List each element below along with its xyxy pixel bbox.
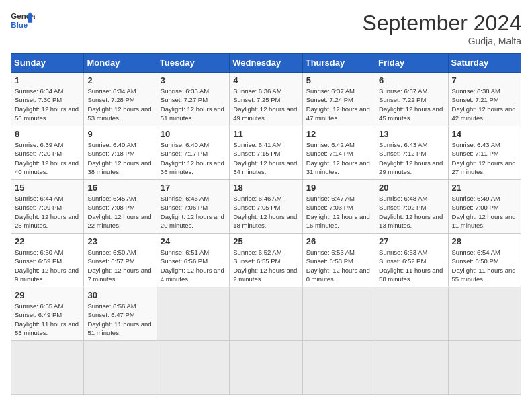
calendar-cell: 30 Sunrise: 6:56 AM Sunset: 6:47 PM Dayl… [84, 287, 157, 341]
day-info: Sunrise: 6:55 AM Sunset: 6:49 PM Dayligh… [15, 302, 80, 337]
header-wednesday: Wednesday [230, 54, 302, 73]
calendar-cell [375, 287, 448, 341]
day-info: Sunrise: 6:49 AM Sunset: 7:00 PM Dayligh… [452, 194, 517, 230]
calendar-cell [230, 287, 302, 341]
header-tuesday: Tuesday [157, 54, 229, 73]
day-info: Sunrise: 6:34 AM Sunset: 7:28 PM Dayligh… [87, 87, 152, 122]
calendar-week-row [11, 341, 521, 395]
month-title: September 2024 [362, 11, 521, 36]
calendar-cell: 24 Sunrise: 6:51 AM Sunset: 6:56 PM Dayl… [157, 234, 229, 287]
day-number: 16 [87, 183, 152, 193]
day-number: 6 [379, 75, 444, 85]
day-number: 15 [15, 183, 80, 193]
calendar-cell: 17 Sunrise: 6:46 AM Sunset: 7:06 PM Dayl… [157, 180, 229, 234]
calendar-cell: 11 Sunrise: 6:41 AM Sunset: 7:15 PM Dayl… [230, 126, 302, 180]
day-number: 22 [15, 236, 80, 246]
day-info: Sunrise: 6:50 AM Sunset: 6:59 PM Dayligh… [15, 248, 80, 283]
day-info: Sunrise: 6:48 AM Sunset: 7:02 PM Dayligh… [379, 194, 444, 230]
calendar-cell: 5 Sunrise: 6:37 AM Sunset: 7:24 PM Dayli… [302, 73, 375, 126]
header-thursday: Thursday [302, 54, 375, 73]
calendar-cell [302, 287, 375, 341]
day-info: Sunrise: 6:53 AM Sunset: 6:53 PM Dayligh… [306, 248, 371, 283]
logo-icon: General Blue [11, 11, 35, 31]
day-info: Sunrise: 6:47 AM Sunset: 7:03 PM Dayligh… [306, 194, 371, 230]
calendar-cell [448, 287, 521, 341]
day-info: Sunrise: 6:40 AM Sunset: 7:18 PM Dayligh… [87, 140, 152, 176]
calendar-cell: 13 Sunrise: 6:43 AM Sunset: 7:12 PM Dayl… [375, 126, 448, 180]
day-number: 25 [233, 236, 298, 246]
calendar-cell: 16 Sunrise: 6:45 AM Sunset: 7:08 PM Dayl… [84, 180, 157, 234]
calendar-cell: 9 Sunrise: 6:40 AM Sunset: 7:18 PM Dayli… [84, 126, 157, 180]
calendar-cell: 28 Sunrise: 6:54 AM Sunset: 6:50 PM Dayl… [448, 234, 521, 287]
day-info: Sunrise: 6:46 AM Sunset: 7:06 PM Dayligh… [161, 194, 226, 230]
day-number: 9 [87, 129, 152, 139]
day-info: Sunrise: 6:52 AM Sunset: 6:55 PM Dayligh… [233, 248, 298, 283]
calendar-cell: 26 Sunrise: 6:53 AM Sunset: 6:53 PM Dayl… [302, 234, 375, 287]
day-info: Sunrise: 6:35 AM Sunset: 7:27 PM Dayligh… [161, 87, 226, 122]
calendar-week-row: 29 Sunrise: 6:55 AM Sunset: 6:49 PM Dayl… [11, 287, 521, 341]
calendar-cell: 1 Sunrise: 6:34 AM Sunset: 7:30 PM Dayli… [11, 73, 84, 126]
day-number: 27 [379, 236, 444, 246]
day-number: 21 [452, 183, 517, 193]
day-number: 10 [161, 129, 226, 139]
day-info: Sunrise: 6:37 AM Sunset: 7:24 PM Dayligh… [306, 87, 371, 122]
day-number: 30 [87, 290, 152, 300]
calendar-cell [375, 341, 448, 395]
calendar-cell: 22 Sunrise: 6:50 AM Sunset: 6:59 PM Dayl… [11, 234, 84, 287]
day-info: Sunrise: 6:34 AM Sunset: 7:30 PM Dayligh… [15, 87, 80, 122]
page-header: General Blue September 2024 Gudja, Malta [11, 11, 521, 46]
day-info: Sunrise: 6:53 AM Sunset: 6:52 PM Dayligh… [379, 248, 444, 283]
day-number: 14 [452, 129, 517, 139]
calendar-cell [11, 341, 84, 395]
day-info: Sunrise: 6:36 AM Sunset: 7:25 PM Dayligh… [233, 87, 298, 122]
location-subtitle: Gudja, Malta [362, 36, 521, 46]
day-info: Sunrise: 6:46 AM Sunset: 7:05 PM Dayligh… [233, 194, 298, 230]
day-number: 12 [306, 129, 371, 139]
day-number: 7 [452, 75, 517, 85]
calendar-cell: 27 Sunrise: 6:53 AM Sunset: 6:52 PM Dayl… [375, 234, 448, 287]
day-number: 17 [161, 183, 226, 193]
calendar-cell: 8 Sunrise: 6:39 AM Sunset: 7:20 PM Dayli… [11, 126, 84, 180]
weekday-header-row: Sunday Monday Tuesday Wednesday Thursday… [11, 54, 521, 73]
calendar-cell [157, 341, 229, 395]
day-info: Sunrise: 6:56 AM Sunset: 6:47 PM Dayligh… [87, 302, 152, 337]
day-number: 19 [306, 183, 371, 193]
calendar-table: Sunday Monday Tuesday Wednesday Thursday… [11, 53, 521, 395]
calendar-cell: 20 Sunrise: 6:48 AM Sunset: 7:02 PM Dayl… [375, 180, 448, 234]
calendar-cell: 29 Sunrise: 6:55 AM Sunset: 6:49 PM Dayl… [11, 287, 84, 341]
day-number: 3 [161, 75, 226, 85]
day-number: 28 [452, 236, 517, 246]
day-info: Sunrise: 6:44 AM Sunset: 7:09 PM Dayligh… [15, 194, 80, 230]
day-number: 5 [306, 75, 371, 85]
day-info: Sunrise: 6:40 AM Sunset: 7:17 PM Dayligh… [161, 140, 226, 176]
calendar-week-row: 8 Sunrise: 6:39 AM Sunset: 7:20 PM Dayli… [11, 126, 521, 180]
calendar-cell: 25 Sunrise: 6:52 AM Sunset: 6:55 PM Dayl… [230, 234, 302, 287]
calendar-week-row: 1 Sunrise: 6:34 AM Sunset: 7:30 PM Dayli… [11, 73, 521, 126]
day-number: 18 [233, 183, 298, 193]
calendar-cell [84, 341, 157, 395]
calendar-cell: 23 Sunrise: 6:50 AM Sunset: 6:57 PM Dayl… [84, 234, 157, 287]
calendar-cell: 10 Sunrise: 6:40 AM Sunset: 7:17 PM Dayl… [157, 126, 229, 180]
calendar-cell [230, 341, 302, 395]
day-number: 4 [233, 75, 298, 85]
calendar-cell: 7 Sunrise: 6:38 AM Sunset: 7:21 PM Dayli… [448, 73, 521, 126]
day-number: 24 [161, 236, 226, 246]
day-number: 23 [87, 236, 152, 246]
header-sunday: Sunday [11, 54, 84, 73]
header-friday: Friday [375, 54, 448, 73]
header-monday: Monday [84, 54, 157, 73]
day-info: Sunrise: 6:54 AM Sunset: 6:50 PM Dayligh… [452, 248, 517, 283]
day-number: 1 [15, 75, 80, 85]
day-info: Sunrise: 6:45 AM Sunset: 7:08 PM Dayligh… [87, 194, 152, 230]
calendar-week-row: 22 Sunrise: 6:50 AM Sunset: 6:59 PM Dayl… [11, 234, 521, 287]
day-number: 13 [379, 129, 444, 139]
day-number: 29 [15, 290, 80, 300]
day-number: 11 [233, 129, 298, 139]
header-saturday: Saturday [448, 54, 521, 73]
calendar-cell: 6 Sunrise: 6:37 AM Sunset: 7:22 PM Dayli… [375, 73, 448, 126]
day-info: Sunrise: 6:43 AM Sunset: 7:11 PM Dayligh… [452, 140, 517, 176]
calendar-cell: 15 Sunrise: 6:44 AM Sunset: 7:09 PM Dayl… [11, 180, 84, 234]
calendar-cell: 14 Sunrise: 6:43 AM Sunset: 7:11 PM Dayl… [448, 126, 521, 180]
day-info: Sunrise: 6:51 AM Sunset: 6:56 PM Dayligh… [161, 248, 226, 283]
calendar-week-row: 15 Sunrise: 6:44 AM Sunset: 7:09 PM Dayl… [11, 180, 521, 234]
